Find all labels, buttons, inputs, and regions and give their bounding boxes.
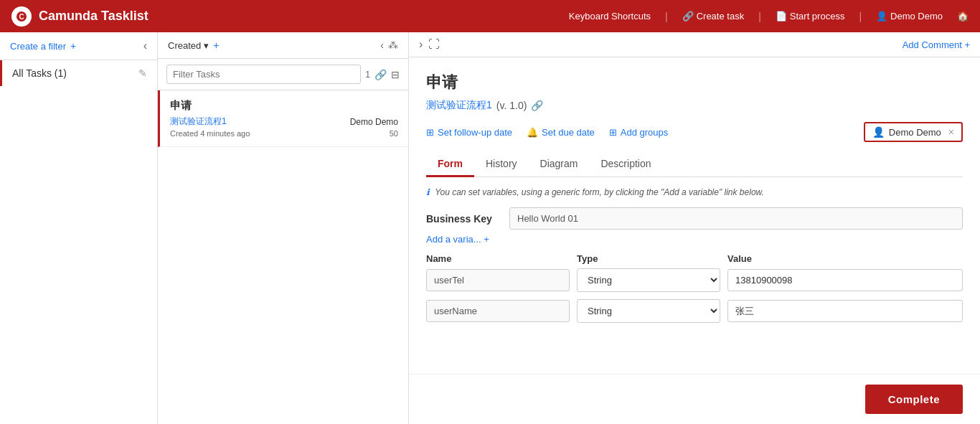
task-process-link: 测试验证流程1 (v. 1.0) 🔗 <box>426 99 963 112</box>
task-created-time: Created 4 minutes ago <box>170 129 250 138</box>
tasklist-panel: Created ▾ + ‹ ⁂ 1 🔗 ⊟ 申请 测试验证流程1 Demo De… <box>158 32 409 424</box>
task-detail-title: 申请 <box>426 72 963 93</box>
tab-history[interactable]: History <box>474 152 529 177</box>
task-actions-row: ⊞ Set follow-up date 🔔 Set due date ⊞ Ad… <box>426 122 963 142</box>
task-process: 测试验证流程1 <box>170 116 227 128</box>
navbar: C Camunda Tasklist Keyboard Shortcuts | … <box>0 0 980 32</box>
home-link[interactable]: 🏠 <box>957 11 969 22</box>
task-assignee: Demo Demo <box>350 117 398 127</box>
create-filter-link[interactable]: Create a filter <box>10 41 66 52</box>
task-footer: Created 4 minutes ago 50 <box>170 129 398 138</box>
task-meta: 测试验证流程1 Demo Demo <box>170 116 398 128</box>
var-type-select-0[interactable]: String Integer Long Double Boolean Date … <box>577 268 720 292</box>
options-icon[interactable]: ⊟ <box>391 69 400 80</box>
nav-prev-button[interactable]: › <box>419 38 423 51</box>
tab-diagram[interactable]: Diagram <box>529 152 590 177</box>
tasklist-expand-button[interactable]: ⁂ <box>388 39 398 51</box>
bell-icon: 🔔 <box>527 127 538 138</box>
chevron-down-icon: ▾ <box>204 40 209 51</box>
filter-bar: 1 🔗 ⊟ <box>158 59 408 90</box>
edit-icon[interactable]: ✎ <box>138 67 147 79</box>
set-follow-up-button[interactable]: ⊞ Set follow-up date <box>426 127 512 138</box>
tasklist-collapse-left-button[interactable]: ‹ <box>380 39 384 51</box>
business-key-label: Business Key <box>426 213 498 225</box>
var-value-input-1[interactable] <box>727 300 963 322</box>
user-menu[interactable]: 👤 Demo Demo <box>876 11 943 22</box>
home-icon: 🏠 <box>957 11 969 22</box>
svg-text:C: C <box>19 13 24 21</box>
variable-row: String Integer Long Double Boolean Date … <box>426 268 963 292</box>
sidebar-header: Create a filter + ‹ <box>0 32 157 60</box>
add-groups-button[interactable]: ⊞ Add groups <box>609 127 669 138</box>
filter-count: 1 <box>365 70 370 80</box>
complete-button-row: Complete <box>409 374 980 424</box>
task-priority: 50 <box>390 129 398 138</box>
var-type-select-1[interactable]: String Integer Long Double Boolean Date … <box>577 299 720 323</box>
var-name-input-1[interactable] <box>426 300 570 322</box>
detail-content: 申请 测试验证流程1 (v. 1.0) 🔗 ⊞ Set follow-up da… <box>409 57 980 374</box>
tasklist-header: Created ▾ + ‹ ⁂ <box>158 32 408 59</box>
business-key-input[interactable] <box>509 207 963 230</box>
col-header-type: Type <box>577 253 720 264</box>
unassign-button[interactable]: × <box>948 126 954 138</box>
sidebar-collapse-button[interactable]: ‹ <box>143 39 147 52</box>
set-due-date-button[interactable]: 🔔 Set due date <box>527 127 595 138</box>
add-comment-link[interactable]: Add Comment + <box>903 39 970 50</box>
variable-row: String Integer Long Double Boolean Date … <box>426 299 963 323</box>
start-process-link[interactable]: 📄 Start process <box>776 11 845 22</box>
navbar-actions: Keyboard Shortcuts | 🔗 Create task | 📄 S… <box>569 11 969 22</box>
calendar-icon: ⊞ <box>426 127 434 138</box>
grid-icon: ⊞ <box>609 127 617 138</box>
variables-table-header: Name Type Value <box>426 253 963 268</box>
sort-button[interactable]: Created ▾ <box>168 40 209 51</box>
filter-input[interactable] <box>166 65 361 84</box>
link-icon: 🔗 <box>682 11 694 22</box>
user-icon: 👤 <box>876 11 887 22</box>
detail-panel: › ⛶ Add Comment + 申请 测试验证流程1 (v. 1.0) 🔗 <box>409 32 980 424</box>
nav-expand-button[interactable]: ⛶ <box>428 38 440 51</box>
create-task-link[interactable]: 🔗 Create task <box>682 11 744 22</box>
col-header-name: Name <box>426 253 570 264</box>
detail-toolbar: › ⛶ Add Comment + <box>409 32 980 57</box>
business-key-row: Business Key <box>426 207 963 230</box>
external-link-icon[interactable]: 🔗 <box>531 100 543 111</box>
form-info: ℹ You can set variables, using a generic… <box>426 187 963 197</box>
process-version: (v. 1.0) <box>496 100 527 111</box>
var-name-input-0[interactable] <box>426 269 570 291</box>
var-value-input-0[interactable] <box>727 269 963 291</box>
complete-button[interactable]: Complete <box>865 385 963 414</box>
link-icon[interactable]: 🔗 <box>374 69 387 80</box>
main-layout: Create a filter + ‹ All Tasks (1) ✎ Crea… <box>0 32 980 424</box>
tab-form[interactable]: Form <box>426 152 474 177</box>
task-item[interactable]: 申请 测试验证流程1 Demo Demo Created 4 minutes a… <box>158 90 408 147</box>
doc-icon: 📄 <box>776 11 787 22</box>
assigned-user-name: Demo Demo <box>889 127 941 138</box>
app-title: Camunda Tasklist <box>39 9 569 24</box>
keyboard-shortcuts-link[interactable]: Keyboard Shortcuts <box>569 11 651 22</box>
tab-description[interactable]: Description <box>589 152 662 177</box>
tabs-row: Form History Diagram Description <box>426 152 963 177</box>
assigned-user-badge: 👤 Demo Demo × <box>864 122 963 142</box>
col-header-value: Value <box>727 253 963 264</box>
sidebar-item-all-tasks[interactable]: All Tasks (1) ✎ <box>0 60 157 86</box>
add-task-plus[interactable]: + <box>213 39 219 51</box>
add-variable-link[interactable]: Add a varia... + <box>426 234 489 245</box>
process-name-link[interactable]: 测试验证流程1 <box>426 99 492 112</box>
create-filter-plus[interactable]: + <box>70 40 76 52</box>
app-logo: C <box>11 6 32 27</box>
info-icon: ℹ <box>426 187 430 197</box>
task-title: 申请 <box>170 99 398 113</box>
sidebar: Create a filter + ‹ All Tasks (1) ✎ <box>0 32 158 424</box>
assigned-user-icon: 👤 <box>872 126 885 138</box>
all-tasks-label: All Tasks (1) <box>12 67 67 79</box>
